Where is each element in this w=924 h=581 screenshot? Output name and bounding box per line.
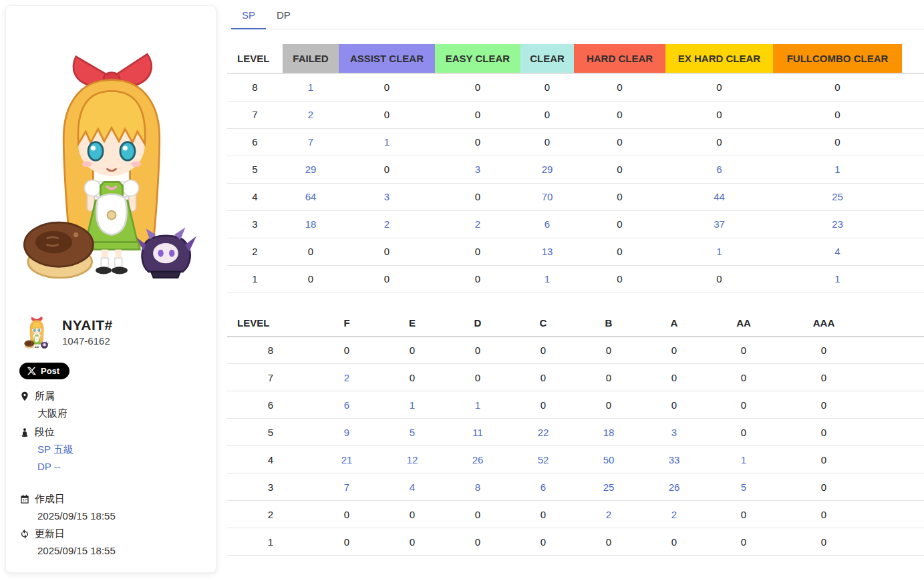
count-link[interactable]: 6 xyxy=(541,481,546,493)
count-link[interactable]: 52 xyxy=(538,454,549,465)
grade-column-header: E xyxy=(379,310,445,337)
count-link[interactable]: 1 xyxy=(834,164,840,175)
count-cell: 0 xyxy=(510,391,576,419)
count-zero: 0 xyxy=(741,372,746,383)
count-link[interactable]: 1 xyxy=(475,399,480,411)
count-link[interactable]: 1 xyxy=(384,136,390,148)
count-link[interactable]: 21 xyxy=(341,454,353,465)
count-link[interactable]: 22 xyxy=(538,427,549,438)
filler-cell xyxy=(867,364,924,391)
count-link[interactable]: 4 xyxy=(410,481,415,493)
level-cell: 3 xyxy=(227,210,283,238)
count-link[interactable]: 23 xyxy=(832,218,843,230)
count-link[interactable]: 26 xyxy=(669,481,680,493)
count-link[interactable]: 1 xyxy=(834,273,840,284)
count-cell: 4 xyxy=(379,473,445,501)
count-link[interactable]: 1 xyxy=(716,246,722,257)
count-cell: 25 xyxy=(576,473,641,501)
affiliation-row: 所属 xyxy=(19,390,202,403)
count-zero: 0 xyxy=(821,481,826,493)
count-cell: 29 xyxy=(520,156,574,183)
dan-dp-link[interactable]: DP -- xyxy=(37,461,202,472)
count-link[interactable]: 3 xyxy=(671,427,677,438)
count-link[interactable]: 11 xyxy=(472,427,483,438)
count-link[interactable]: 70 xyxy=(542,191,553,202)
count-link[interactable]: 1 xyxy=(308,81,313,93)
count-link[interactable]: 6 xyxy=(716,164,722,175)
count-link[interactable]: 1 xyxy=(741,454,746,465)
count-link[interactable]: 37 xyxy=(714,218,725,230)
count-link[interactable]: 6 xyxy=(344,399,349,411)
count-link[interactable]: 5 xyxy=(410,427,415,438)
count-link[interactable]: 26 xyxy=(472,454,484,465)
avatar xyxy=(19,315,54,349)
table-row: 661100000 xyxy=(227,391,924,419)
count-zero: 0 xyxy=(475,136,480,148)
tab-dp[interactable]: DP xyxy=(266,0,301,29)
count-cell: 0 xyxy=(445,364,510,391)
grade-column-header: F xyxy=(314,310,379,337)
count-link[interactable]: 5 xyxy=(741,481,746,493)
count-cell: 0 xyxy=(574,238,665,265)
count-link[interactable]: 25 xyxy=(603,481,615,493)
lamp-column-header: EX HARD CLEAR xyxy=(665,44,773,73)
count-cell: 0 xyxy=(574,101,665,128)
count-cell: 0 xyxy=(576,364,641,391)
tab-sp[interactable]: SP xyxy=(231,0,266,29)
count-zero: 0 xyxy=(834,81,840,93)
count-cell: 0 xyxy=(510,528,576,556)
count-cell: 0 xyxy=(520,73,574,101)
count-link[interactable]: 18 xyxy=(603,427,615,438)
x-logo-icon xyxy=(27,367,36,375)
count-zero: 0 xyxy=(384,273,390,284)
count-link[interactable]: 29 xyxy=(305,164,317,175)
count-zero: 0 xyxy=(344,536,349,548)
x-post-button[interactable]: Post xyxy=(19,363,69,379)
count-link[interactable]: 2 xyxy=(308,109,313,120)
count-link[interactable]: 2 xyxy=(384,218,390,230)
count-link[interactable]: 29 xyxy=(542,164,553,175)
filler-cell xyxy=(867,419,924,446)
count-link[interactable]: 64 xyxy=(305,191,317,202)
count-link[interactable]: 7 xyxy=(344,481,349,493)
count-link[interactable]: 3 xyxy=(384,191,390,202)
count-cell: 37 xyxy=(665,210,773,238)
count-link[interactable]: 6 xyxy=(545,218,550,230)
count-zero: 0 xyxy=(475,372,480,383)
count-link[interactable]: 18 xyxy=(305,218,317,230)
count-link[interactable]: 12 xyxy=(407,454,418,465)
count-link[interactable]: 4 xyxy=(834,246,840,257)
count-link[interactable]: 2 xyxy=(344,372,349,383)
count-cell: 5 xyxy=(379,419,445,446)
count-link[interactable]: 2 xyxy=(606,509,611,520)
count-zero: 0 xyxy=(384,246,390,257)
count-cell: 0 xyxy=(641,528,707,556)
count-link[interactable]: 1 xyxy=(410,399,415,411)
count-link[interactable]: 2 xyxy=(671,509,677,520)
count-cell: 8 xyxy=(445,473,510,501)
count-cell: 0 xyxy=(665,101,773,128)
count-cell: 5 xyxy=(707,473,780,501)
grade-header-row: LEVELFEDCBAAAAAA xyxy=(227,310,924,337)
count-link[interactable]: 7 xyxy=(308,136,313,148)
count-zero: 0 xyxy=(344,509,349,520)
count-link[interactable]: 9 xyxy=(344,427,349,438)
count-zero: 0 xyxy=(821,427,826,438)
dan-sp-link[interactable]: SP 五級 xyxy=(37,443,202,456)
lamp-column-header: CLEAR xyxy=(520,44,574,73)
count-link[interactable]: 3 xyxy=(475,164,480,175)
count-link[interactable]: 25 xyxy=(832,191,843,202)
level-cell: 5 xyxy=(227,156,283,183)
count-link[interactable]: 13 xyxy=(542,246,553,257)
count-link[interactable]: 1 xyxy=(545,273,550,284)
count-link[interactable]: 44 xyxy=(714,191,725,202)
filler-cell xyxy=(902,101,924,128)
count-zero: 0 xyxy=(821,536,826,548)
count-link[interactable]: 33 xyxy=(669,454,680,465)
count-link[interactable]: 2 xyxy=(475,218,480,230)
affiliation-value: 大阪府 xyxy=(37,407,202,420)
count-link[interactable]: 8 xyxy=(475,481,480,493)
filler-cell xyxy=(902,183,924,210)
count-link[interactable]: 50 xyxy=(603,454,615,465)
filler-cell xyxy=(902,128,924,156)
